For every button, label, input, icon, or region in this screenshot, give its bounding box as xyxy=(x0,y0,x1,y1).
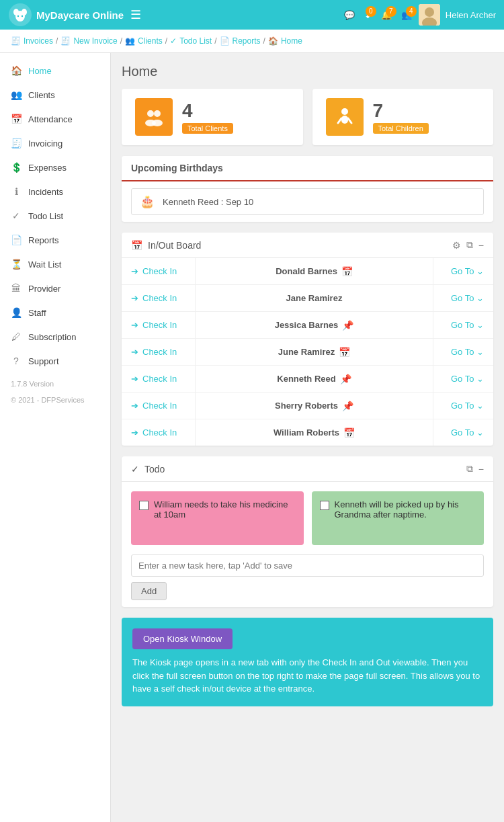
provider-icon: 🏛 xyxy=(11,283,22,294)
sidebar-label-attendance: Attendance xyxy=(28,114,73,124)
waitlist-icon: ⏳ xyxy=(11,259,22,270)
invoicing-icon: 🧾 xyxy=(11,138,22,149)
svg-line-15 xyxy=(338,118,341,123)
children-stat-info: 7 Total Children xyxy=(373,100,429,134)
sidebar-item-expenses[interactable]: 💲 Expenses xyxy=(0,155,110,179)
table-row: ➔ Check In June Ramirez 📅 Go To ⌄ xyxy=(122,339,493,366)
copyright-label: © 2021 - DFPServices xyxy=(0,395,110,411)
total-clients-label: Total Clients xyxy=(182,123,233,134)
svg-point-12 xyxy=(152,120,163,126)
arrow-right-icon: ➔ xyxy=(131,347,138,357)
sidebar-item-clients[interactable]: 👥 Clients xyxy=(0,83,110,107)
breadcrumb-new-invoice[interactable]: New Invoice xyxy=(73,36,117,46)
inout-board: 📅 In/Out Board ⚙ ⧉ − ➔ Check In Donald B… xyxy=(122,233,493,446)
table-row: ➔ Check In Jane Ramirez Go To ⌄ xyxy=(122,285,493,312)
breadcrumb-clients-icon: 👥 xyxy=(125,36,135,46)
person-name: June Ramirez 📅 xyxy=(196,347,433,358)
goto-william-button[interactable]: Go To ⌄ xyxy=(433,419,493,446)
sidebar: 🏠 Home 👥 Clients 📅 Attendance 🧾 Invoicin… xyxy=(0,53,111,822)
avatar xyxy=(419,4,440,26)
board-title: 📅 In/Out Board xyxy=(131,240,201,251)
app-name: MyDaycare Online xyxy=(36,9,124,21)
checkin-jane-button[interactable]: ➔ Check In xyxy=(122,285,196,311)
gear-icon[interactable]: ⚙ xyxy=(452,240,461,251)
user-profile[interactable]: Helen Archer xyxy=(419,4,496,26)
home-icon: 🏠 xyxy=(11,65,22,76)
todo-checkbox-0[interactable] xyxy=(139,501,149,510)
breadcrumb-invoice-icon: 🧾 xyxy=(60,36,71,46)
goto-jessica-button[interactable]: Go To ⌄ xyxy=(433,312,493,338)
incidents-icon: ℹ xyxy=(11,186,22,197)
sidebar-label-staff: Staff xyxy=(28,308,46,318)
svg-point-5 xyxy=(22,15,23,17)
checkin-jessica-button[interactable]: ➔ Check In xyxy=(122,312,196,338)
svg-rect-14 xyxy=(341,116,348,124)
checkin-kenneth-button[interactable]: ➔ Check In xyxy=(122,366,196,392)
svg-line-16 xyxy=(348,118,351,123)
users-icon-btn[interactable]: 👥 4 xyxy=(401,10,412,20)
checkin-donald-button[interactable]: ➔ Check In xyxy=(122,258,196,284)
chat-icon-btn[interactable]: 💬 xyxy=(344,10,355,20)
main-layout: 🏠 Home 👥 Clients 📅 Attendance 🧾 Invoicin… xyxy=(0,53,504,822)
notification-icon-btn[interactable]: 🔔 7 xyxy=(381,10,392,20)
reports-icon: 📄 xyxy=(11,235,22,245)
expenses-icon: 💲 xyxy=(11,162,22,173)
sidebar-item-todo[interactable]: ✓ Todo List xyxy=(0,204,110,228)
todo-text-1: Kenneth will be picked up by his Grandma… xyxy=(335,499,476,520)
download-icon-btn[interactable]: ⬇ 0 xyxy=(364,10,372,20)
board-header: 📅 In/Out Board ⚙ ⧉ − xyxy=(122,233,493,258)
todo-add-button[interactable]: Add xyxy=(131,582,167,600)
sidebar-item-invoicing[interactable]: 🧾 Invoicing xyxy=(0,131,110,155)
breadcrumb-home[interactable]: Home xyxy=(281,36,302,46)
sidebar-item-subscription[interactable]: 🖊 Subscription xyxy=(0,325,110,349)
todo-checkbox-1[interactable] xyxy=(320,501,329,510)
checkin-june-button[interactable]: ➔ Check In xyxy=(122,339,196,365)
sidebar-item-incidents[interactable]: ℹ Incidents xyxy=(0,179,110,204)
total-children-number: 7 xyxy=(373,100,429,122)
goto-jane-button[interactable]: Go To ⌄ xyxy=(433,285,493,311)
todo-actions: ⧉ − xyxy=(466,463,484,475)
hamburger-icon[interactable]: ☰ xyxy=(130,7,141,22)
sidebar-item-support[interactable]: ? Support xyxy=(0,349,110,373)
birthday-item: 🎂 Kenneth Reed : Sep 10 xyxy=(131,188,484,215)
svg-point-10 xyxy=(154,110,161,117)
checkin-william-button[interactable]: ➔ Check In xyxy=(122,419,196,446)
todo-card-green: Kenneth will be picked up by his Grandma… xyxy=(312,491,485,545)
sidebar-item-home[interactable]: 🏠 Home xyxy=(0,58,110,83)
goto-june-button[interactable]: Go To ⌄ xyxy=(433,339,493,365)
users-badge: 4 xyxy=(406,6,417,17)
expand-icon[interactable]: ⧉ xyxy=(466,239,473,251)
expand-todo-icon[interactable]: ⧉ xyxy=(466,463,473,475)
sidebar-item-attendance[interactable]: 📅 Attendance xyxy=(0,107,110,131)
checkin-sherry-button[interactable]: ➔ Check In xyxy=(122,393,196,419)
sidebar-item-staff[interactable]: 👤 Staff xyxy=(0,300,110,325)
birthdays-title: Upcoming Birthdays xyxy=(122,156,493,181)
support-icon: ? xyxy=(11,356,22,366)
sidebar-label-incidents: Incidents xyxy=(28,187,63,197)
breadcrumb-todo-list[interactable]: Todo List xyxy=(179,36,212,46)
todo-new-task-input[interactable] xyxy=(131,554,484,577)
sidebar-item-waitlist[interactable]: ⏳ Wait List xyxy=(0,252,110,276)
goto-sherry-button[interactable]: Go To ⌄ xyxy=(433,393,493,419)
attendance-icon: 📅 xyxy=(11,114,22,124)
birthdays-section: Upcoming Birthdays 🎂 Kenneth Reed : Sep … xyxy=(122,156,493,222)
sidebar-item-reports[interactable]: 📄 Reports xyxy=(0,228,110,252)
breadcrumb-invoices[interactable]: Invoices xyxy=(24,36,53,46)
calendar-icon: 📅 xyxy=(131,240,142,251)
arrow-right-icon: ➔ xyxy=(131,266,138,276)
goto-donald-button[interactable]: Go To ⌄ xyxy=(433,258,493,284)
svg-point-13 xyxy=(341,108,348,115)
clients-stat-icon xyxy=(135,98,173,136)
username-label: Helen Archer xyxy=(446,10,496,20)
sidebar-item-provider[interactable]: 🏛 Provider xyxy=(0,276,110,300)
todo-card-pink: William needs to take his medicine at 10… xyxy=(131,491,304,545)
open-kiosk-button[interactable]: Open Kiosk Window xyxy=(132,628,233,649)
breadcrumb-reports[interactable]: Reports xyxy=(233,36,261,46)
minus-icon[interactable]: − xyxy=(478,240,484,251)
sidebar-label-waitlist: Wait List xyxy=(28,259,61,270)
goto-kenneth-button[interactable]: Go To ⌄ xyxy=(433,366,493,392)
nav-icons: 💬 ⬇ 0 🔔 7 👥 4 xyxy=(344,10,412,20)
breadcrumb-clients[interactable]: Clients xyxy=(138,36,163,46)
minus-todo-icon[interactable]: − xyxy=(478,464,484,475)
calendar-small-icon: 📅 xyxy=(343,427,355,438)
